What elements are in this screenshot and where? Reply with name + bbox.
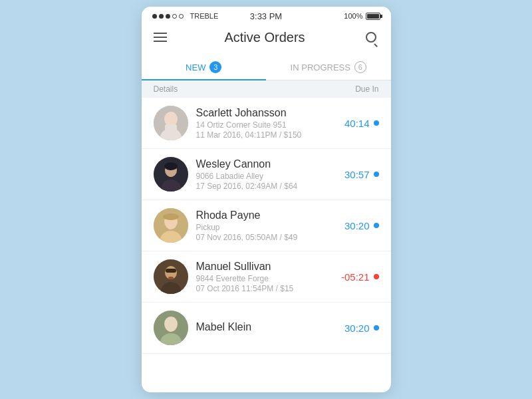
hamburger-line-3: [154, 41, 167, 42]
battery-icon: [366, 13, 380, 20]
table-row[interactable]: Scarlett Johansson 14 Ortiz Corner Suite…: [142, 98, 391, 149]
table-row[interactable]: Wesley Cannon 9066 Labadie Alley 17 Sep …: [142, 149, 391, 200]
status-time: 3:33 PM: [250, 11, 282, 21]
order-address: 9844 Everette Forge: [196, 274, 333, 283]
time-value: 30:20: [344, 323, 370, 334]
search-button[interactable]: [363, 29, 379, 45]
avatar: [154, 208, 188, 243]
order-details: Rhoda Payne Pickup 07 Nov 2016, 05:50AM …: [196, 209, 336, 242]
order-time: 40:14: [344, 118, 379, 129]
tab-bar: NEW 3 IN PROGRESS 6: [142, 55, 391, 80]
svg-rect-4: [165, 124, 177, 132]
order-meta: 07 Nov 2016, 05:50AM / $49: [196, 233, 336, 242]
table-row[interactable]: Rhoda Payne Pickup 07 Nov 2016, 05:50AM …: [142, 200, 391, 251]
time-value: 30:20: [344, 220, 370, 231]
battery-label: 100%: [344, 12, 362, 20]
avatar: [154, 157, 188, 192]
hamburger-line-1: [154, 33, 167, 34]
battery-fill: [367, 14, 379, 19]
order-time: 30:57: [344, 169, 379, 180]
column-due: Due In: [355, 84, 378, 94]
order-time: -05:21: [341, 271, 379, 283]
order-time: 30:20: [344, 220, 379, 231]
svg-rect-19: [166, 269, 176, 273]
status-left: TREBLE: [152, 12, 219, 20]
order-name: Scarlett Johansson: [196, 107, 336, 119]
time-indicator: [374, 172, 379, 177]
phone-frame: TREBLE 3:33 PM 100% Active Orders NEW 3 …: [142, 7, 391, 392]
order-details: Manuel Sullivan 9844 Everette Forge 07 O…: [196, 261, 333, 293]
tab-in-progress[interactable]: IN PROGRESS 6: [266, 55, 391, 80]
carrier-label: TREBLE: [190, 12, 219, 20]
column-details: Details: [154, 84, 178, 94]
page-title: Active Orders: [224, 30, 305, 45]
time-indicator: [374, 223, 379, 228]
signal-dot-2: [159, 14, 164, 19]
svg-point-20: [168, 277, 174, 279]
time-value: -05:21: [341, 271, 370, 283]
tab-inprogress-badge: 6: [354, 61, 366, 73]
time-indicator: [374, 120, 379, 126]
tab-new-badge: 3: [209, 61, 221, 73]
order-time: 30:20: [344, 323, 379, 334]
order-details: Mabel Klein: [196, 321, 336, 334]
order-address: Pickup: [196, 223, 336, 232]
status-bar: TREBLE 3:33 PM 100%: [142, 7, 391, 23]
svg-point-24: [165, 319, 177, 332]
order-meta: 07 Oct 2016 11:54PM / $15: [196, 284, 333, 293]
app-header: Active Orders: [142, 23, 391, 55]
time-value: 30:57: [344, 169, 370, 180]
order-details: Wesley Cannon 9066 Labadie Alley 17 Sep …: [196, 158, 336, 191]
table-row[interactable]: Manuel Sullivan 9844 Everette Forge 07 O…: [142, 251, 391, 303]
signal-dots: [152, 14, 184, 19]
signal-dot-1: [152, 14, 157, 19]
avatar: [154, 311, 188, 345]
time-indicator: [374, 274, 379, 279]
tab-new-label: NEW: [186, 63, 205, 72]
avatar: [154, 106, 188, 140]
order-name: Wesley Cannon: [196, 158, 336, 170]
table-row[interactable]: Mabel Klein 30:20: [142, 303, 391, 354]
svg-point-14: [163, 213, 179, 220]
order-address: 9066 Labadie Alley: [196, 172, 336, 181]
tab-inprogress-label: IN PROGRESS: [291, 63, 350, 72]
order-name: Mabel Klein: [196, 321, 336, 333]
order-details: Scarlett Johansson 14 Ortiz Corner Suite…: [196, 107, 336, 140]
order-address: 14 Ortiz Corner Suite 951: [196, 120, 336, 130]
hamburger-line-2: [154, 37, 167, 38]
time-value: 40:14: [344, 118, 370, 129]
menu-button[interactable]: [154, 33, 167, 42]
signal-dot-3: [166, 14, 170, 19]
search-icon: [366, 32, 376, 43]
avatar: [154, 259, 188, 294]
time-indicator: [374, 325, 379, 331]
tab-new[interactable]: NEW 3: [142, 55, 267, 80]
column-header: Details Due In: [142, 80, 391, 98]
svg-point-9: [164, 162, 178, 170]
order-meta: 17 Sep 2016, 02:49AM / $64: [196, 182, 336, 191]
order-name: Manuel Sullivan: [196, 261, 333, 273]
order-name: Rhoda Payne: [196, 209, 336, 221]
signal-dot-5: [179, 14, 184, 19]
order-list: Scarlett Johansson 14 Ortiz Corner Suite…: [142, 98, 391, 392]
signal-dot-4: [172, 14, 177, 19]
status-right: 100%: [344, 12, 380, 20]
order-meta: 11 Mar 2016, 04:11PM / $150: [196, 130, 336, 140]
